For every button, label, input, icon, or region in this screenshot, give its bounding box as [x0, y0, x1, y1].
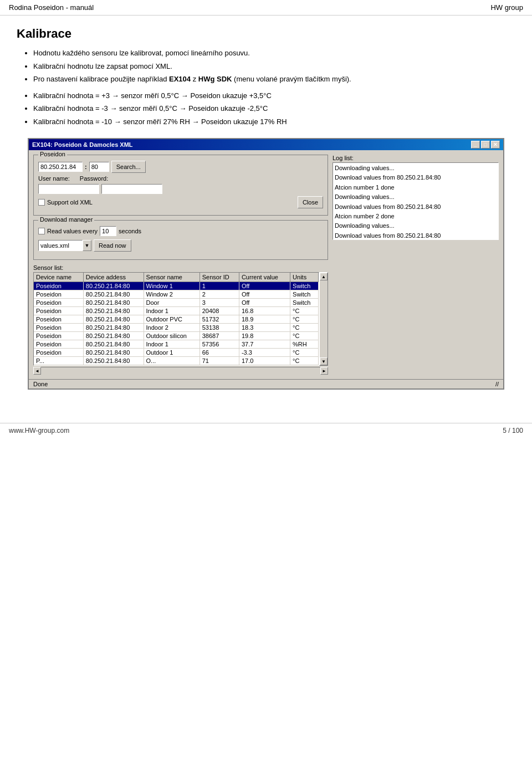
- table-cell: Window 2: [144, 290, 200, 299]
- download-manager-label: Download manager: [38, 216, 94, 223]
- table-cell: Poseidon: [34, 290, 83, 299]
- file-select-box[interactable]: values.xml: [38, 240, 83, 251]
- section-title: Kalibrace: [17, 27, 515, 41]
- seconds-input[interactable]: [100, 226, 116, 236]
- table-cell: °C: [290, 357, 319, 365]
- file-select-arrow[interactable]: ▼: [83, 240, 91, 251]
- maximize-button[interactable]: □: [481, 141, 490, 149]
- table-cell: 37.7: [239, 340, 290, 349]
- close-button[interactable]: ✕: [491, 141, 500, 149]
- table-row[interactable]: Poseidon80.250.21.84:80Indoor 12040816.8…: [34, 307, 319, 315]
- table-cell: O...: [144, 357, 200, 365]
- page-header: Rodina Poseidon - manuál HW group: [0, 0, 532, 16]
- log-item-5[interactable]: Atcion number 2 done: [334, 212, 498, 221]
- calibration-bullet-2: Kalibrační hodnota = -3 → senzor měří 0,…: [33, 103, 515, 114]
- scroll-down-button[interactable]: ▼: [320, 357, 328, 365]
- log-item-0[interactable]: Downloading values...: [334, 163, 498, 173]
- intro-item-2: Kalibrační hodnotu lze zapsat pomocí XML…: [33, 61, 515, 72]
- table-row[interactable]: Poseidon80.250.21.84:80Outdoor PVC517321…: [34, 315, 319, 324]
- table-cell: °C: [290, 315, 319, 324]
- scroll-right-button[interactable]: ►: [320, 367, 328, 375]
- titlebar-buttons: _ □ ✕: [471, 141, 500, 149]
- table-cell: Door: [144, 299, 200, 307]
- table-cell: 80.250.21.84:80: [83, 290, 144, 299]
- log-item-4[interactable]: Download values from 80.250.21.84:80: [334, 202, 498, 212]
- log-item-6[interactable]: Downloading values...: [334, 221, 498, 231]
- log-item-1[interactable]: Download values from 80.250.21.84:80: [334, 173, 498, 182]
- footer-right: 5 / 100: [503, 427, 523, 434]
- credentials-row: [38, 184, 323, 194]
- read-now-button[interactable]: Read now: [94, 239, 131, 252]
- table-cell: Window 1: [144, 282, 200, 290]
- scroll-left-button[interactable]: ◄: [33, 367, 41, 375]
- username-input[interactable]: [38, 184, 99, 194]
- table-row[interactable]: Poseidon80.250.21.84:80Indoor 25313818.3…: [34, 324, 319, 332]
- table-cell: 1: [200, 282, 239, 290]
- table-cell: 20408: [200, 307, 239, 315]
- minimize-button[interactable]: _: [471, 141, 480, 149]
- seconds-label: seconds: [119, 228, 141, 234]
- table-cell: 71: [200, 357, 239, 365]
- calibration-bullets: Kalibrační hodnota = +3 → senzor měří 0,…: [33, 90, 515, 127]
- dialog-window: EX104: Poseidon & Damocles XML _ □ ✕ Pos…: [28, 138, 504, 390]
- table-cell: °C: [290, 307, 319, 315]
- table-cell: Poseidon: [34, 340, 83, 349]
- table-cell: Switch: [290, 299, 319, 307]
- table-cell: °C: [290, 349, 319, 357]
- password-input[interactable]: [101, 184, 162, 194]
- dialog-title: EX104: Poseidon & Damocles XML: [32, 141, 133, 148]
- log-item-2[interactable]: Atcion number 1 done: [334, 183, 498, 192]
- col-device-name: Device name: [34, 273, 83, 282]
- table-row[interactable]: P...80.250.21.84:80O...7117.0°C: [34, 357, 319, 365]
- table-cell: 80.250.21.84:80: [83, 324, 144, 332]
- log-list: Downloading values...Download values fro…: [332, 162, 499, 240]
- sensor-list-section: Sensor list: Device name Device addess S…: [33, 264, 328, 375]
- file-select-wrapper: values.xml ▼: [38, 240, 91, 251]
- password-label: Password:: [80, 175, 108, 182]
- sensor-scrollbar[interactable]: ▲ ▼: [319, 272, 328, 366]
- table-row[interactable]: Poseidon80.250.21.84:80Indoor 15735637.7…: [34, 340, 319, 349]
- intro-list: Hodnotu každého sensoru lze kalibrovat, …: [33, 48, 515, 85]
- colon-separator: :: [85, 163, 87, 170]
- table-cell: Switch: [290, 290, 319, 299]
- table-cell: 80.250.21.84:80: [83, 307, 144, 315]
- table-row[interactable]: Poseidon80.250.21.84:80Window 22OffSwitc…: [34, 290, 319, 299]
- support-xml-checkbox[interactable]: [38, 199, 45, 206]
- table-cell: Outdoor PVC: [144, 315, 200, 324]
- table-cell: 80.250.21.84:80: [83, 349, 144, 357]
- scroll-up-button[interactable]: ▲: [320, 273, 328, 280]
- horizontal-scroll-area: ◄ ►: [33, 367, 328, 375]
- table-row[interactable]: Poseidon80.250.21.84:80Door3OffSwitch: [34, 299, 319, 307]
- table-cell: 57356: [200, 340, 239, 349]
- status-bar: Done //: [29, 379, 503, 388]
- table-row[interactable]: Poseidon80.250.21.84:80Outdoor 166-3.3°C: [34, 349, 319, 357]
- table-cell: Poseidon: [34, 282, 83, 290]
- table-cell: Outdoor 1: [144, 349, 200, 357]
- sensor-table-wrapper: Device name Device addess Sensor name Se…: [33, 272, 319, 366]
- table-row[interactable]: Poseidon80.250.21.84:80Window 11OffSwitc…: [34, 282, 319, 290]
- ip-input[interactable]: [38, 162, 83, 172]
- table-cell: 16.8: [239, 307, 290, 315]
- status-text: Done: [33, 381, 48, 387]
- sensor-table-body: Poseidon80.250.21.84:80Window 11OffSwitc…: [34, 282, 319, 365]
- table-cell: 80.250.21.84:80: [83, 299, 144, 307]
- username-row: User name: Password:: [38, 175, 323, 182]
- search-button[interactable]: Search...: [111, 161, 146, 173]
- table-cell: °C: [290, 324, 319, 332]
- close-dialog-button[interactable]: Close: [298, 196, 323, 208]
- resize-handle[interactable]: //: [495, 381, 499, 387]
- page-footer: www.HW-group.com 5 / 100: [0, 423, 532, 438]
- col-units: Units: [290, 273, 319, 282]
- table-row[interactable]: Poseidon80.250.21.84:80Outdoor silicon38…: [34, 332, 319, 340]
- log-item-3[interactable]: Downloading values...: [334, 192, 498, 202]
- table-cell: Off: [239, 282, 290, 290]
- table-cell: P...: [34, 357, 83, 365]
- read-values-checkbox[interactable]: [38, 228, 45, 234]
- port-input[interactable]: [89, 162, 109, 172]
- table-cell: 80.250.21.84:80: [83, 332, 144, 340]
- log-item-7[interactable]: Download values from 80.250.21.84:80: [334, 231, 498, 240]
- col-device-address: Device addess: [83, 273, 144, 282]
- table-cell: °C: [290, 332, 319, 340]
- username-label: User name:: [38, 175, 70, 182]
- page-title-left: Rodina Poseidon - manuál: [9, 3, 94, 12]
